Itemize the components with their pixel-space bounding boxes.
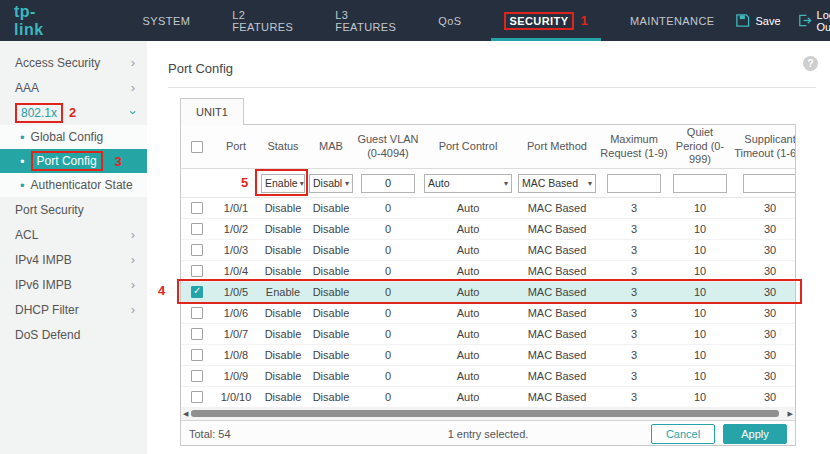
sidebar-subitem-label: Global Config bbox=[31, 130, 104, 144]
column-header-port: Port bbox=[213, 125, 259, 168]
table-row-port-1-0-10[interactable]: 1/0/10DisableDisable0AutoMAC Based31030 bbox=[181, 387, 796, 408]
annotation-label-1: 1 bbox=[580, 13, 588, 28]
nav-item-security[interactable]: SECURITY1 bbox=[483, 0, 609, 41]
row-checkbox[interactable] bbox=[191, 370, 203, 382]
cell-port-method: MAC Based bbox=[515, 366, 599, 386]
row-checkbox[interactable] bbox=[191, 244, 203, 256]
sidebar-item-label: IPv6 IMPB bbox=[15, 278, 72, 292]
table-row-port-1-0-9[interactable]: 1/0/9DisableDisable0AutoMAC Based31030 bbox=[181, 366, 796, 387]
cell-mab: Disable bbox=[307, 240, 355, 260]
main-content: Port Config ? UNIT1 PortStatusMABGuest V… bbox=[147, 41, 830, 454]
save-button[interactable]: Save bbox=[735, 13, 780, 28]
bullet-icon: • bbox=[20, 178, 25, 193]
table-row-port-1-0-4[interactable]: 1/0/4DisableDisable0AutoMAC Based31030 bbox=[181, 261, 796, 282]
cell-port: 1/0/10 bbox=[213, 387, 259, 407]
table-header-row: PortStatusMABGuest VLAN (0-4094)Port Con… bbox=[181, 125, 796, 169]
cancel-button[interactable]: Cancel bbox=[651, 424, 715, 444]
cell-guest-vlan: 0 bbox=[355, 303, 421, 323]
mab-filter-select-value: Disabl bbox=[313, 177, 342, 189]
table-row-port-1-0-6[interactable]: 1/0/6DisableDisable0AutoMAC Based31030 bbox=[181, 303, 796, 324]
sidebar-subitem-authenticator-state[interactable]: •Authenticator State bbox=[0, 173, 147, 197]
filter-port-control-cell: Auto▾ bbox=[421, 169, 515, 197]
cell-max-request: 3 bbox=[599, 219, 669, 239]
row-checkbox-cell bbox=[181, 387, 213, 407]
row-checkbox[interactable] bbox=[191, 286, 203, 298]
sidebar-item-label: DHCP Filter bbox=[15, 303, 79, 317]
sidebar-item-ipv4-impb[interactable]: IPv4 IMPB› bbox=[0, 247, 147, 272]
table-body: PortStatusMABGuest VLAN (0-4094)Port Con… bbox=[181, 125, 796, 408]
sidebar-subitem-global-config[interactable]: •Global Config bbox=[0, 125, 147, 149]
cell-port-method: MAC Based bbox=[515, 303, 599, 323]
tab-unit1[interactable]: UNIT1 bbox=[180, 98, 244, 125]
sidebar-item-802-1x[interactable]: 802.1x2› bbox=[0, 100, 147, 125]
cell-port-method: MAC Based bbox=[515, 387, 599, 407]
cell-supplicant-timeout: 30 bbox=[731, 261, 796, 281]
cell-port-control: Auto bbox=[421, 303, 515, 323]
column-header-quiet-period: Quiet Period (0-999) bbox=[669, 125, 731, 168]
cell-status: Disable bbox=[259, 219, 307, 239]
apply-button[interactable]: Apply bbox=[723, 424, 787, 444]
cell-port-control: Auto bbox=[421, 345, 515, 365]
table-row-port-1-0-8[interactable]: 1/0/8DisableDisable0AutoMAC Based31030 bbox=[181, 345, 796, 366]
cell-port-method: MAC Based bbox=[515, 240, 599, 260]
row-checkbox[interactable] bbox=[191, 349, 203, 361]
row-checkbox[interactable] bbox=[191, 307, 203, 319]
mab-filter-select[interactable]: Disabl▾ bbox=[309, 174, 353, 193]
cell-port-control: Auto bbox=[421, 282, 515, 302]
scrollbar-thumb[interactable] bbox=[191, 410, 779, 417]
horizontal-scrollbar[interactable]: ◀ ▶ bbox=[181, 408, 795, 420]
max-request-input[interactable] bbox=[607, 174, 661, 193]
logout-button[interactable]: Log Out bbox=[797, 9, 830, 33]
scroll-right-icon[interactable]: ▶ bbox=[788, 410, 793, 418]
row-checkbox-cell bbox=[181, 261, 213, 281]
port-control-select[interactable]: Auto▾ bbox=[424, 174, 512, 193]
cell-status: Enable bbox=[259, 282, 307, 302]
supplicant-timeout-input[interactable] bbox=[743, 174, 796, 193]
row-checkbox[interactable] bbox=[191, 223, 203, 235]
table-row-port-1-0-3[interactable]: 1/0/3DisableDisable0AutoMAC Based31030 bbox=[181, 240, 796, 261]
sidebar-subitem-port-config[interactable]: •Port Config3 bbox=[0, 149, 147, 173]
bulk-edit-row: Enable▾Disabl▾Auto▾MAC Based▾ bbox=[181, 169, 796, 198]
nav-item-l3-features[interactable]: L3 FEATURES bbox=[314, 0, 417, 41]
sidebar-item-acl[interactable]: ACL› bbox=[0, 222, 147, 247]
cell-status: Disable bbox=[259, 366, 307, 386]
cell-quiet-period: 10 bbox=[669, 366, 731, 386]
sidebar-item-aaa[interactable]: AAA› bbox=[0, 75, 147, 100]
help-icon[interactable]: ? bbox=[803, 56, 818, 71]
nav-item-maintenance[interactable]: MAINTENANCE bbox=[609, 0, 735, 41]
cell-max-request: 3 bbox=[599, 282, 669, 302]
quiet-period-input[interactable] bbox=[673, 174, 727, 193]
table-row-port-1-0-5[interactable]: 1/0/5EnableDisable0AutoMAC Based31030 bbox=[181, 282, 796, 303]
row-checkbox[interactable] bbox=[191, 202, 203, 214]
sidebar-item-label: Access Security bbox=[15, 56, 100, 70]
sidebar-item-port-security[interactable]: Port Security bbox=[0, 197, 147, 222]
cell-guest-vlan: 0 bbox=[355, 345, 421, 365]
sidebar-item-ipv6-impb[interactable]: IPv6 IMPB› bbox=[0, 272, 147, 297]
select-all-checkbox[interactable] bbox=[191, 141, 203, 153]
logout-icon bbox=[797, 13, 812, 28]
sidebar-item-label: ACL bbox=[15, 228, 38, 242]
scroll-left-icon[interactable]: ◀ bbox=[183, 410, 188, 418]
guest-vlan-input[interactable] bbox=[361, 174, 415, 193]
nav-item-system[interactable]: SYSTEM bbox=[122, 0, 212, 41]
row-checkbox[interactable] bbox=[191, 328, 203, 340]
sidebar-item-dhcp-filter[interactable]: DHCP Filter› bbox=[0, 297, 147, 322]
cell-mab: Disable bbox=[307, 303, 355, 323]
sidebar-item-access-security[interactable]: Access Security› bbox=[0, 50, 147, 75]
table-row-port-1-0-7[interactable]: 1/0/7DisableDisable0AutoMAC Based31030 bbox=[181, 324, 796, 345]
bullet-icon: • bbox=[20, 130, 25, 145]
nav-item-label: L3 FEATURES bbox=[335, 9, 396, 33]
cell-port: 1/0/7 bbox=[213, 324, 259, 344]
status-filter-select-value: Enable bbox=[265, 177, 298, 189]
cell-guest-vlan: 0 bbox=[355, 261, 421, 281]
row-checkbox-cell bbox=[181, 366, 213, 386]
row-checkbox[interactable] bbox=[191, 265, 203, 277]
sidebar-item-dos-defend[interactable]: DoS Defend bbox=[0, 322, 147, 347]
nav-item-l2-features[interactable]: L2 FEATURES bbox=[211, 0, 314, 41]
table-row-port-1-0-1[interactable]: 1/0/1DisableDisable0AutoMAC Based31030 bbox=[181, 198, 796, 219]
status-filter-select[interactable]: Enable▾ bbox=[261, 174, 305, 193]
row-checkbox[interactable] bbox=[191, 391, 203, 403]
nav-item-qos[interactable]: QoS bbox=[417, 0, 482, 41]
table-row-port-1-0-2[interactable]: 1/0/2DisableDisable0AutoMAC Based31030 bbox=[181, 219, 796, 240]
port-method-select[interactable]: MAC Based▾ bbox=[518, 174, 596, 193]
